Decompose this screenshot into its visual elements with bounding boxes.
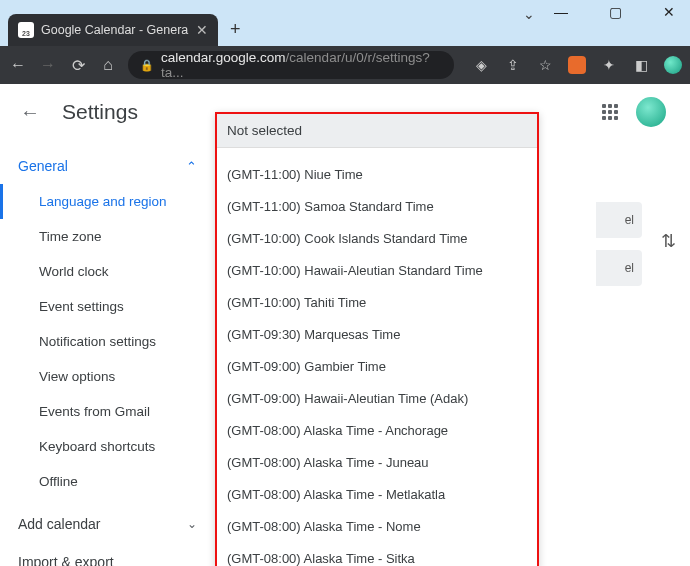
sidebar-item-view-options[interactable]: View options — [0, 359, 215, 394]
nav-forward-button[interactable]: → — [38, 56, 58, 74]
eye-icon[interactable]: ◈ — [472, 56, 490, 74]
sidebar-item-offline[interactable]: Offline — [0, 464, 215, 499]
dropdown-option[interactable]: (GMT-09:00) Gambier Time — [217, 350, 537, 382]
sidebar-item-label: Import & export — [18, 554, 114, 566]
page-title: Settings — [62, 100, 138, 124]
chevron-up-icon: ⌃ — [186, 159, 197, 174]
close-window-button[interactable]: ✕ — [654, 4, 684, 20]
settings-body: General ⌃ Language and region Time zone … — [0, 140, 690, 566]
sidebar-item-notification-settings[interactable]: Notification settings — [0, 324, 215, 359]
swap-timezones-icon[interactable]: ⇅ — [661, 230, 676, 252]
dropdown-option[interactable]: (GMT-08:00) Alaska Time - Metlakatla — [217, 478, 537, 510]
window-dropdown-icon[interactable]: ⌄ — [523, 6, 535, 22]
browser-tab[interactable]: 23 Google Calendar - General settin ✕ — [8, 14, 218, 46]
timezone-field-2[interactable]: el — [596, 250, 642, 286]
extension-orange-icon[interactable] — [568, 56, 586, 74]
extension-icons: ◈ ⇪ ☆ ✦ ◧ — [472, 56, 682, 74]
apps-grid-icon[interactable] — [602, 104, 618, 120]
sidebar-item-events-from-gmail[interactable]: Events from Gmail — [0, 394, 215, 429]
main-panel: el el ⇅ Not selected (GMT-11:00) Niue Ti… — [215, 140, 690, 566]
star-icon[interactable]: ☆ — [536, 56, 554, 74]
sidebar-item-time-zone[interactable]: Time zone — [0, 219, 215, 254]
dropdown-option[interactable]: (GMT-10:00) Cook Islands Standard Time — [217, 222, 537, 254]
settings-back-button[interactable]: ← — [20, 101, 40, 124]
timezone-dropdown: Not selected (GMT-11:00) Niue Time (GMT-… — [215, 112, 539, 566]
url-text: calendar.google.com/calendar/u/0/r/setti… — [161, 50, 442, 80]
sidebar-subitems: Language and region Time zone World cloc… — [0, 184, 215, 505]
window-controls: — ▢ ✕ — [546, 4, 684, 20]
tab-close-icon[interactable]: ✕ — [196, 22, 208, 38]
sidebar-item-import-export[interactable]: Import & export — [0, 543, 215, 566]
lock-icon: 🔒 — [140, 59, 154, 72]
dropdown-option[interactable]: (GMT-09:00) Hawaii-Aleutian Time (Adak) — [217, 382, 537, 414]
nav-home-button[interactable]: ⌂ — [98, 56, 118, 74]
browser-profile-avatar[interactable] — [664, 56, 682, 74]
dropdown-option[interactable]: (GMT-08:00) Alaska Time - Nome — [217, 510, 537, 542]
timezone-fields-peek: el el — [596, 202, 642, 298]
sidebar-item-event-settings[interactable]: Event settings — [0, 289, 215, 324]
panel-icon[interactable]: ◧ — [632, 56, 650, 74]
dropdown-option[interactable]: (GMT-08:00) Alaska Time - Anchorage — [217, 414, 537, 446]
sidebar-section-general[interactable]: General ⌃ — [0, 148, 215, 184]
dropdown-option[interactable]: (GMT-11:00) Niue Time — [217, 158, 537, 190]
favicon-date: 23 — [22, 30, 30, 37]
sidebar: General ⌃ Language and region Time zone … — [0, 140, 215, 566]
dropdown-option[interactable]: (GMT-09:30) Marquesas Time — [217, 318, 537, 350]
chevron-down-icon: ⌄ — [187, 517, 197, 531]
timezone-field-1[interactable]: el — [596, 202, 642, 238]
new-tab-button[interactable]: + — [230, 19, 241, 40]
tab-title: Google Calendar - General settin — [41, 23, 189, 37]
dropdown-option[interactable]: (GMT-11:00) Samoa Standard Time — [217, 190, 537, 222]
extensions-puzzle-icon[interactable]: ✦ — [600, 56, 618, 74]
dropdown-list[interactable]: (GMT-11:00) Niue Time (GMT-11:00) Samoa … — [217, 148, 537, 566]
browser-toolbar: ← → ⟳ ⌂ 🔒 calendar.google.com/calendar/u… — [0, 46, 690, 84]
maximize-button[interactable]: ▢ — [600, 4, 630, 20]
calendar-favicon-icon: 23 — [18, 22, 34, 38]
nav-back-button[interactable]: ← — [8, 56, 28, 74]
dropdown-option[interactable]: (GMT-10:00) Tahiti Time — [217, 286, 537, 318]
nav-reload-button[interactable]: ⟳ — [68, 56, 88, 75]
sidebar-item-add-calendar[interactable]: Add calendar ⌄ — [0, 505, 215, 543]
app-content: ← Settings General ⌃ Language and region… — [0, 84, 690, 566]
sidebar-item-world-clock[interactable]: World clock — [0, 254, 215, 289]
url-host: calendar.google.com — [161, 50, 286, 65]
dropdown-header[interactable]: Not selected — [217, 114, 537, 148]
url-bar[interactable]: 🔒 calendar.google.com/calendar/u/0/r/set… — [128, 51, 454, 79]
minimize-button[interactable]: — — [546, 4, 576, 20]
share-icon[interactable]: ⇪ — [504, 56, 522, 74]
dropdown-option[interactable]: (GMT-08:00) Alaska Time - Sitka — [217, 542, 537, 566]
sidebar-section-label: General — [18, 158, 68, 174]
account-avatar[interactable] — [636, 97, 666, 127]
sidebar-item-language-region[interactable]: Language and region — [0, 184, 215, 219]
dropdown-option[interactable]: (GMT-08:00) Alaska Time - Juneau — [217, 446, 537, 478]
sidebar-item-keyboard-shortcuts[interactable]: Keyboard shortcuts — [0, 429, 215, 464]
sidebar-item-label: Add calendar — [18, 516, 101, 532]
dropdown-option[interactable]: (GMT-10:00) Hawaii-Aleutian Standard Tim… — [217, 254, 537, 286]
